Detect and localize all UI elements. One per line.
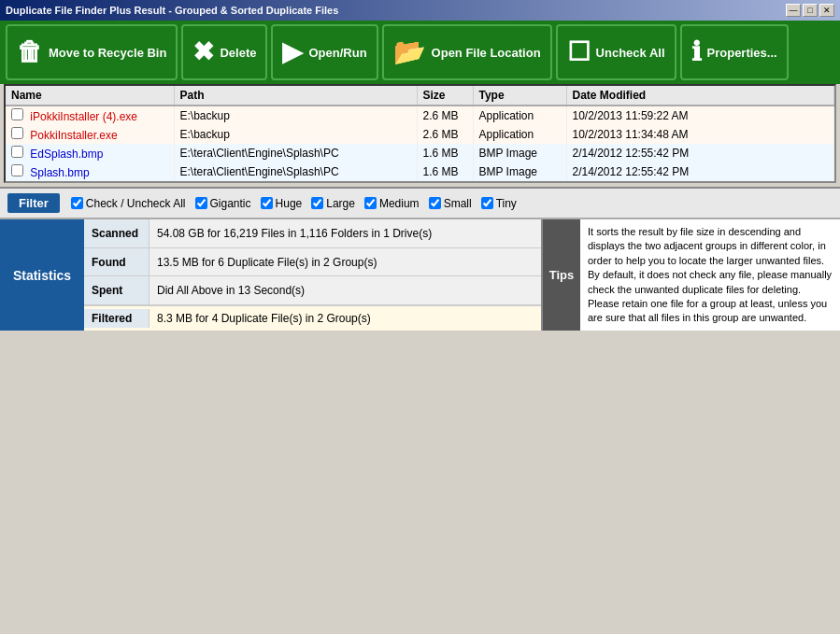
filter-item-5: Small [429, 197, 472, 210]
row-checkbox-1[interactable] [11, 127, 23, 139]
delete-label: Delete [220, 46, 256, 60]
tips-section: Tips It sorts the result by file size in… [541, 219, 840, 331]
window-controls: — □ ✕ [786, 4, 834, 17]
cell-size: 2.6 MB [417, 125, 473, 144]
row-checkbox-0[interactable] [11, 108, 23, 120]
table-header-row: Name Path Size Type Date Modified [6, 86, 834, 106]
cell-size: 2.6 MB [417, 106, 473, 125]
bottom-panel: Filter Check / Uncheck All Gigantic Huge… [0, 187, 840, 331]
filter-item-4: Medium [364, 197, 420, 210]
spent-row: Spent Did All Above in 13 Second(s) [84, 276, 541, 305]
filter-checkbox-4[interactable] [364, 197, 377, 209]
col-header-path: Path [174, 86, 417, 106]
filter-label: Filter [7, 193, 60, 213]
uncheck-all-button[interactable]: ☐ Uncheck All [556, 24, 676, 80]
col-header-type: Type [473, 86, 566, 106]
filter-item-0: Check / Uncheck All [71, 197, 186, 210]
filter-item-label-1: Gigantic [210, 197, 251, 210]
minimize-button[interactable]: — [786, 4, 801, 17]
cell-date: 10/2/2013 11:34:48 AM [566, 125, 834, 144]
file-list-container: Name Path Size Type Date Modified iPokk [4, 84, 836, 183]
filter-item-label-5: Small [444, 197, 472, 210]
recycle-bin-button[interactable]: 🗑 Move to Recycle Bin [6, 24, 178, 80]
filter-checkbox-6[interactable] [481, 197, 493, 209]
cell-type: BMP Image [473, 162, 566, 181]
cell-date: 10/2/2013 11:59:22 AM [566, 106, 834, 125]
delete-icon: ✖ [192, 39, 214, 65]
maximize-button[interactable]: □ [803, 4, 818, 17]
cell-path: E:\backup [174, 106, 417, 125]
filter-item-label-4: Medium [379, 197, 420, 210]
scanned-row: Scanned 54.08 GB for 16,219 Files in 1,1… [84, 219, 541, 248]
window-title: Duplicate File Finder Plus Result - Grou… [6, 5, 338, 16]
row-checkbox-3[interactable] [11, 164, 23, 176]
delete-button[interactable]: ✖ Delete [181, 24, 267, 80]
found-value: 13.5 MB for 6 Duplicate File(s) in 2 Gro… [149, 248, 384, 276]
filter-checkbox-group: Check / Uncheck All Gigantic Huge Large … [71, 197, 517, 210]
table-row: iPokkiInstaller (4).exe E:\backup 2.6 MB… [6, 106, 834, 125]
uncheck-all-icon: ☐ [567, 39, 591, 65]
title-bar: Duplicate File Finder Plus Result - Grou… [0, 0, 840, 21]
filter-bar: Filter Check / Uncheck All Gigantic Huge… [0, 189, 840, 218]
filter-checkbox-1[interactable] [195, 197, 207, 209]
open-location-button[interactable]: 📂 Open File Location [382, 24, 552, 80]
row-checkbox-2[interactable] [11, 146, 23, 158]
filtered-key: Filtered [84, 309, 149, 328]
file-table: Name Path Size Type Date Modified iPokk [6, 86, 834, 181]
cell-date: 2/14/2012 12:55:42 PM [566, 162, 834, 181]
scanned-key: Scanned [84, 219, 149, 247]
cell-path: E:\tera\Client\Engine\Splash\PC [174, 144, 417, 162]
uncheck-all-label: Uncheck All [596, 46, 665, 60]
close-button[interactable]: ✕ [819, 4, 834, 17]
col-header-size: Size [417, 86, 473, 106]
cell-date: 2/14/2012 12:55:42 PM [566, 144, 834, 162]
scanned-value: 54.08 GB for 16,219 Files in 1,116 Folde… [149, 219, 439, 247]
filter-item-3: Large [311, 197, 355, 210]
cell-type: BMP Image [473, 144, 566, 162]
spent-key: Spent [84, 276, 149, 304]
statistics-rows: Scanned 54.08 GB for 16,219 Files in 1,1… [84, 219, 541, 331]
open-run-icon: ▶ [282, 39, 303, 65]
table-row: PokkiInstaller.exe E:\backup 2.6 MB Appl… [6, 125, 834, 144]
col-header-name: Name [6, 86, 174, 106]
filter-item-label-6: Tiny [496, 197, 517, 210]
filter-item-6: Tiny [481, 197, 517, 210]
recycle-bin-label: Move to Recycle Bin [49, 46, 166, 60]
filter-checkbox-5[interactable] [429, 197, 441, 209]
cell-name: Splash.bmp [6, 162, 174, 181]
filter-checkbox-0[interactable] [71, 197, 83, 209]
filter-item-label-3: Large [326, 197, 355, 210]
toolbar: 🗑 Move to Recycle Bin ✖ Delete ▶ Open/Ru… [0, 21, 840, 84]
properties-label: Properties... [707, 46, 777, 60]
filtered-value: 8.3 MB for 4 Duplicate File(s) in 2 Grou… [149, 309, 378, 328]
found-key: Found [84, 248, 149, 276]
table-row: EdSplash.bmp E:\tera\Client\Engine\Splas… [6, 144, 834, 162]
cell-size: 1.6 MB [417, 162, 473, 181]
open-location-icon: 📂 [393, 39, 426, 65]
table-row: Splash.bmp E:\tera\Client\Engine\Splash\… [6, 162, 834, 181]
tips-text: It sorts the result by file size in desc… [580, 219, 840, 331]
cell-size: 1.6 MB [417, 144, 473, 162]
cell-type: Application [473, 106, 566, 125]
filter-checkbox-2[interactable] [261, 197, 273, 209]
filter-checkbox-3[interactable] [311, 197, 323, 209]
filter-item-label-0: Check / Uncheck All [86, 197, 186, 210]
cell-type: Application [473, 125, 566, 144]
cell-path: E:\backup [174, 125, 417, 144]
spent-value: Did All Above in 13 Second(s) [149, 276, 312, 304]
filter-item-2: Huge [261, 197, 303, 210]
open-location-label: Open File Location [432, 46, 541, 60]
cell-path: E:\tera\Client\Engine\Splash\PC [174, 162, 417, 181]
statistics-label: Statistics [0, 219, 84, 331]
statistics-main: Statistics Scanned 54.08 GB for 16,219 F… [0, 219, 541, 331]
open-run-button[interactable]: ▶ Open/Run [271, 24, 377, 80]
open-run-label: Open/Run [308, 46, 366, 60]
filtered-row: Filtered 8.3 MB for 4 Duplicate File(s) … [84, 305, 541, 331]
recycle-bin-icon: 🗑 [17, 39, 43, 65]
filter-item-1: Gigantic [195, 197, 251, 210]
cell-name: EdSplash.bmp [6, 144, 174, 162]
properties-button[interactable]: ℹ Properties... [680, 24, 789, 80]
cell-name: iPokkiInstaller (4).exe [6, 106, 174, 125]
tips-label: Tips [543, 219, 580, 331]
filter-item-label-2: Huge [276, 197, 303, 210]
